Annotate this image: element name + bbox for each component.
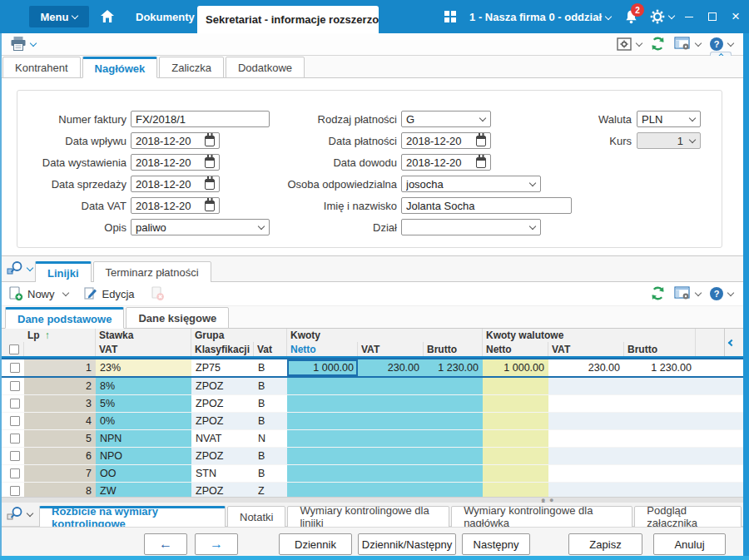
col-header-kw-vat[interactable]: VAT <box>548 342 624 356</box>
data-platnosci-input[interactable]: 2018-12-20 <box>401 132 491 149</box>
row-checkbox[interactable] <box>10 434 20 444</box>
tab-dane-podstawowe[interactable]: Dane podstawowe <box>5 307 124 329</box>
refresh-button[interactable] <box>650 36 666 52</box>
data-wystawienia-input[interactable]: 2018-12-20 <box>131 154 220 171</box>
data-sprzedazy-input[interactable]: 2018-12-20 <box>131 176 220 192</box>
calendar-icon[interactable] <box>476 157 486 168</box>
panel-zoom-button[interactable] <box>7 506 32 522</box>
tab-linijki[interactable]: Linijki <box>35 261 92 283</box>
row-checkbox[interactable] <box>10 451 20 461</box>
row-checkbox[interactable] <box>10 363 20 373</box>
tab-sekretariat-active[interactable]: Sekretariat - informacje rozszerzone <box>197 6 379 33</box>
zapisz-button[interactable]: Zapisz <box>568 533 642 555</box>
table-row[interactable]: 3 5% ZPOZ B <box>2 395 743 413</box>
minimize-button[interactable] <box>681 0 697 33</box>
row-checkbox[interactable] <box>10 381 20 391</box>
tab-zaliczka[interactable]: Zaliczka <box>159 57 224 78</box>
close-button[interactable]: × <box>727 0 744 33</box>
col-header-grupa[interactable]: Grupa <box>191 329 287 342</box>
help-button[interactable]: ? <box>709 37 733 52</box>
tab-dokumenty[interactable]: Dokumenty <box>136 0 195 33</box>
data-dowodu-input[interactable]: 2018-12-20 <box>401 154 491 171</box>
settings-button[interactable] <box>650 9 674 24</box>
col-header-vat-code[interactable]: Vat <box>254 342 287 356</box>
table-row[interactable]: 4 0% ZPOZ B <box>2 413 743 430</box>
selected-cell[interactable]: 1 000.00 <box>287 359 358 376</box>
prev-record-button[interactable]: ← <box>144 533 187 555</box>
calendar-icon[interactable] <box>476 136 486 146</box>
delete-button-disabled <box>150 286 165 301</box>
row-checkbox[interactable] <box>10 468 20 478</box>
horizontal-splitter[interactable]: ● ● ● <box>2 497 743 503</box>
help-button[interactable]: ? <box>709 286 733 301</box>
col-header-netto[interactable]: Netto <box>287 342 358 356</box>
organizer-button[interactable] <box>674 286 701 300</box>
col-header-kw-netto[interactable]: Netto <box>483 342 548 356</box>
nastepny-button[interactable]: Następny <box>462 533 530 555</box>
menu-button[interactable]: Menu <box>29 6 89 27</box>
dziennik-nastepny-button[interactable]: Dziennik/Następny <box>358 533 456 555</box>
field-label: Data wpływu <box>17 135 126 147</box>
opis-select[interactable]: paliwo <box>131 219 270 235</box>
field-label: Data płatności <box>255 135 397 147</box>
home-button[interactable] <box>100 9 117 24</box>
tab-wymiary-linijki[interactable]: Wymiary kontrolingowe dla linijki <box>287 506 449 528</box>
table-row[interactable]: 5 NPN NVAT N <box>2 430 743 448</box>
col-header-kw-brutto[interactable]: Brutto <box>624 342 696 356</box>
tab-dane-ksiegowe[interactable]: Dane księgowe <box>126 307 229 329</box>
numer-faktury-input[interactable]: FX/2018/1 <box>131 111 270 127</box>
maximize-button[interactable] <box>704 0 721 33</box>
row-checkbox[interactable] <box>10 399 20 409</box>
table-row[interactable]: 7 OO STN B <box>2 465 743 483</box>
refresh-button[interactable] <box>650 285 666 301</box>
edit-button[interactable]: Edycja <box>83 286 135 301</box>
tab-notatki[interactable]: Notatki <box>227 506 285 528</box>
tab-terminarz-platnosci[interactable]: Terminarz płatności <box>93 261 211 283</box>
osoba-odpowiedzialna-select[interactable]: josocha <box>401 176 541 192</box>
chevron-down-icon[interactable] <box>30 39 37 46</box>
data-wplywu-input[interactable]: 2018-12-20 <box>131 132 220 149</box>
chevron-down-icon <box>689 136 696 143</box>
sort-asc-icon[interactable]: ↑ <box>45 330 50 341</box>
calendar-icon[interactable] <box>205 179 215 190</box>
calendar-icon[interactable] <box>205 201 215 211</box>
col-header-vat[interactable]: VAT <box>96 342 191 356</box>
company-selector[interactable]: 1 - Nasza firma 0 - oddział <box>469 11 611 23</box>
tab-dodatkowe[interactable]: Dodatkowe <box>226 57 305 78</box>
col-header-brutto[interactable]: Brutto <box>424 342 483 356</box>
tab-rozbicie-wymiary[interactable]: Rozbicie na wymiary kontrolingowe <box>39 506 226 528</box>
col-header-klasyfikacji[interactable]: Klasyfikacji <box>191 342 254 356</box>
tab-naglowek[interactable]: Nagłówek <box>82 57 158 78</box>
organizer-button[interactable] <box>674 37 701 51</box>
row-checkbox[interactable] <box>10 486 20 496</box>
tab-kontrahent[interactable]: Kontrahent <box>2 57 81 78</box>
calendar-icon[interactable] <box>205 136 215 146</box>
panel-zoom-button[interactable] <box>7 260 32 276</box>
table-row[interactable]: 6 NPO ZPOZ B <box>2 448 743 465</box>
notifications-button[interactable]: 2 <box>624 9 638 24</box>
col-header-stawka[interactable]: Stawka <box>96 329 191 342</box>
table-row[interactable]: 1 23% ZP75 B 1 000.00 230.00 1 230.00 1 … <box>2 358 743 378</box>
dzial-select[interactable] <box>401 219 541 235</box>
imie-nazwisko-input[interactable]: Jolanta Socha <box>401 197 572 214</box>
data-vat-input[interactable]: 2018-12-20 <box>131 197 220 214</box>
anuluj-button[interactable]: Anuluj <box>653 533 726 555</box>
tab-wymiary-naglowka[interactable]: Wymiary kontrolingowe dla nagłówka <box>451 506 632 528</box>
window-settings-icon <box>674 286 692 300</box>
waluta-select[interactable]: PLN <box>637 111 701 127</box>
next-record-button[interactable]: → <box>195 533 238 555</box>
collapse-panel-button[interactable] <box>724 329 737 356</box>
rodzaj-platnosci-select[interactable]: G <box>401 111 491 127</box>
print-button[interactable] <box>10 36 27 52</box>
calendar-icon[interactable] <box>205 157 215 168</box>
dziennik-button[interactable]: Dziennik <box>279 533 352 555</box>
select-all-checkbox[interactable] <box>9 344 19 354</box>
quick-settings-button[interactable] <box>617 37 642 52</box>
new-button[interactable]: Nowy <box>8 286 68 301</box>
table-row[interactable]: 2 8% ZPOZ B <box>2 378 743 395</box>
col-header-lp[interactable]: Lp↑ <box>24 329 96 342</box>
tab-podglad-zalacznika[interactable]: Podgląd załącznika <box>634 506 742 528</box>
apps-grid-icon[interactable] <box>444 11 456 22</box>
col-header-vat-amount[interactable]: VAT <box>358 342 424 356</box>
row-checkbox[interactable] <box>10 416 20 426</box>
